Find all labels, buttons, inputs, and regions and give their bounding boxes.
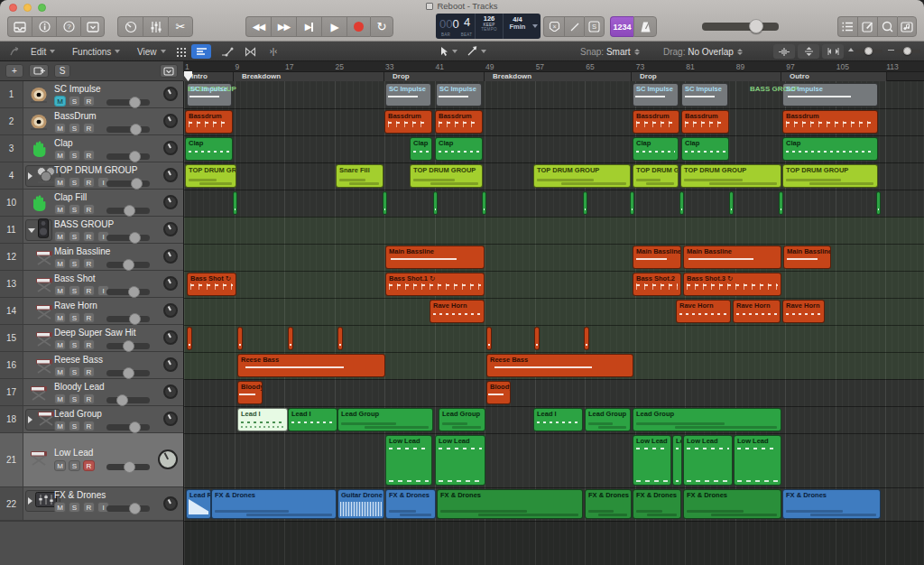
region[interactable] [237, 327, 243, 350]
pan-knob[interactable] [163, 195, 178, 209]
browsers-button[interactable] [897, 16, 917, 37]
region[interactable]: Bloody [486, 381, 511, 404]
solo-button[interactable]: S [69, 150, 80, 161]
volume-fader-thumb[interactable] [124, 461, 135, 473]
region[interactable]: SC Impulse [187, 83, 232, 107]
region[interactable]: SC Impulse [633, 83, 679, 107]
region[interactable]: Snare Fill [336, 164, 383, 188]
view-menu[interactable]: View [137, 44, 166, 59]
volume-fader[interactable] [106, 235, 150, 241]
region[interactable]: TOP DRUM GROUP [680, 164, 781, 188]
goto-end-button[interactable]: ▶ [296, 16, 321, 37]
region[interactable]: Bassdrum [185, 110, 233, 134]
waveform-zoom-button[interactable] [773, 44, 795, 59]
volume-fader-thumb[interactable] [116, 394, 128, 406]
disclosure-triangle-icon[interactable] [28, 228, 35, 233]
volume-fader-thumb[interactable] [124, 205, 135, 217]
region[interactable]: Bass Shot↻ [187, 273, 236, 296]
master-volume-slider[interactable] [702, 23, 779, 31]
editors-button[interactable]: ✂ [168, 16, 193, 37]
tracks-canvas[interactable]: SC ImpulseSC ImpulseSC ImpulseSC Impulse… [183, 81, 924, 565]
mute-button[interactable]: M [54, 258, 66, 269]
region[interactable]: Reese Bass [486, 354, 633, 377]
region[interactable]: Clap [782, 137, 878, 161]
vertical-zoom-slider[interactable] [855, 50, 882, 53]
volume-fader[interactable] [106, 370, 150, 376]
arrangement-marker[interactable]: Outro [781, 72, 887, 81]
functions-menu[interactable]: Functions [72, 44, 120, 59]
region[interactable] [337, 327, 343, 350]
record-enable-button[interactable]: R [83, 312, 95, 323]
pan-knob[interactable] [163, 384, 178, 399]
record-enable-button[interactable]: R [83, 285, 95, 296]
region[interactable]: Low Lead [683, 435, 733, 486]
region[interactable]: Lead I [237, 408, 288, 431]
solo-button[interactable]: S [69, 177, 80, 188]
region[interactable]: TOP DRUM GROUP [533, 164, 631, 188]
region[interactable] [233, 191, 237, 215]
arrangement-marker[interactable]: Breakdown [485, 72, 632, 81]
region[interactable]: TOP DRUM GR [185, 164, 236, 188]
volume-fader-thumb[interactable] [129, 313, 141, 325]
lcd-menu-chevron-icon[interactable] [532, 24, 538, 28]
pan-knob[interactable] [163, 87, 178, 101]
solo-button[interactable]: S [69, 366, 80, 377]
track-view-button[interactable] [191, 44, 211, 59]
volume-fader[interactable] [106, 181, 150, 187]
track-row[interactable]: 2BassDrumMSR [0, 108, 183, 135]
rewind-button[interactable]: ◀◀ [245, 16, 271, 37]
region[interactable]: Rave Horn [676, 300, 731, 323]
region[interactable]: Low Lead [385, 435, 432, 486]
snap-menu[interactable]: Snap: Smart [580, 44, 640, 59]
record-enable-button[interactable]: R [83, 502, 95, 513]
region[interactable]: SC Impulse [385, 83, 431, 107]
horizontal-auto-zoom-button[interactable] [822, 44, 844, 59]
volume-fader-thumb[interactable] [131, 178, 143, 190]
count-in-button[interactable]: 1234 [610, 16, 633, 37]
track-row[interactable]: 12Main BasslineMSR [0, 244, 183, 271]
pan-knob[interactable] [163, 249, 178, 264]
track-row[interactable]: 3ClapMSR [0, 135, 183, 162]
region[interactable]: Bassdrum [681, 110, 729, 134]
region[interactable]: FX & Drones [782, 489, 881, 519]
solo-button[interactable]: S [69, 96, 80, 107]
solo-button[interactable]: S [69, 258, 80, 269]
record-enable-button[interactable]: R [83, 394, 95, 404]
record-enable-button[interactable]: R [83, 150, 95, 161]
region[interactable]: Lead Group [337, 408, 433, 431]
pan-knob[interactable] [163, 114, 178, 128]
track-row[interactable]: 18Lead GroupMSR [0, 406, 183, 433]
track-header-options-button[interactable] [160, 64, 178, 78]
region[interactable]: Bass Shot.1↻ [385, 273, 485, 296]
library-button[interactable] [7, 16, 32, 37]
mute-button[interactable]: M [54, 204, 66, 215]
cycle-button[interactable]: ↻ [370, 16, 393, 37]
region[interactable]: Lead Group [439, 408, 485, 431]
x-badge-button[interactable]: × [543, 16, 564, 37]
mixer-button[interactable] [143, 16, 168, 37]
track-row[interactable]: 10Clap FillMSR [0, 190, 183, 217]
arrangement-marker[interactable]: Breakdown [234, 72, 384, 81]
region[interactable]: TOP DRUM GR [633, 164, 679, 188]
track-row[interactable]: 21Low LeadMSR [0, 433, 183, 487]
region[interactable]: TOP DRUM GROUP [782, 164, 878, 188]
arrangement-marker[interactable]: Drop [632, 72, 781, 81]
solo-button[interactable]: S [69, 285, 80, 296]
pan-knob[interactable] [163, 276, 178, 291]
region[interactable]: Lead Group [585, 408, 631, 431]
region[interactable]: Bassdrum [782, 110, 878, 134]
region[interactable] [383, 191, 387, 215]
record-enable-button[interactable]: R [83, 96, 95, 107]
vertical-auto-zoom-button[interactable] [798, 44, 819, 59]
pan-knob[interactable] [163, 303, 178, 318]
record-button[interactable] [346, 16, 370, 37]
region[interactable]: Low Lead [633, 435, 671, 486]
volume-fader[interactable] [106, 343, 150, 349]
arrangement-marker[interactable]: Drop [384, 72, 485, 81]
region[interactable]: Clap [410, 137, 432, 161]
horizontal-zoom-slider[interactable] [895, 50, 920, 53]
record-enable-button[interactable]: R [83, 339, 95, 350]
track-icon-box[interactable] [25, 219, 52, 241]
region[interactable]: Reese Bass [237, 354, 385, 377]
midi-in-button[interactable] [5, 44, 23, 59]
